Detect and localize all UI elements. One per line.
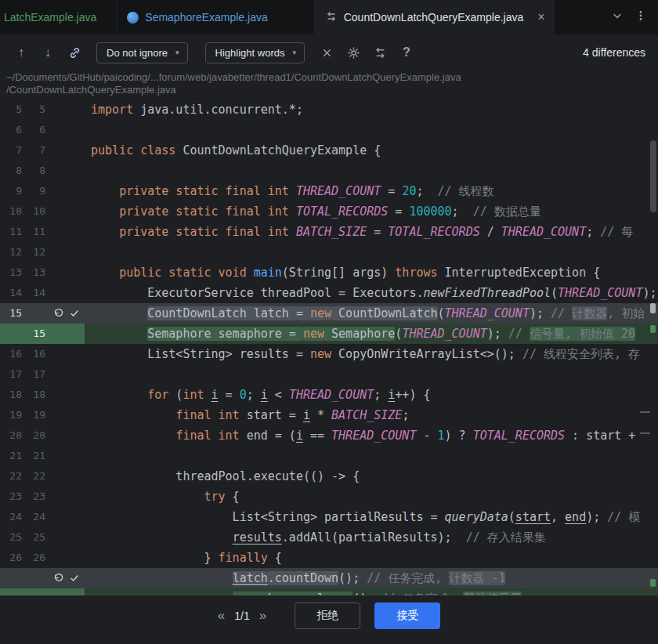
- line-number-old: 22: [0, 466, 22, 487]
- code-line: 2525 results.addAll(partialResults); // …: [0, 527, 658, 548]
- chevron-down-icon: ▾: [175, 49, 179, 56]
- code-line: 88: [0, 161, 658, 181]
- collapse-unchanged-icon[interactable]: [316, 42, 337, 63]
- tab-label: SemaphoreExample.java: [145, 11, 267, 24]
- code-text: try {: [85, 487, 658, 507]
- gutter: 1212: [0, 242, 85, 262]
- code-text: private static final int THREAD_COUNT = …: [85, 181, 658, 201]
- line-number-new: 12: [22, 242, 45, 262]
- gutter: 55: [0, 99, 85, 120]
- close-tab-icon[interactable]: ×: [537, 10, 544, 24]
- line-number-old: 13: [0, 262, 22, 283]
- kebab-menu-icon[interactable]: [634, 9, 647, 25]
- change-counter: 1/1: [234, 610, 249, 622]
- compare-mode-icon[interactable]: [370, 42, 390, 63]
- accept-change-icon[interactable]: [69, 573, 80, 584]
- code-line: 77public class CountDownLatchQueryExampl…: [0, 140, 658, 161]
- line-number-old: 14: [0, 283, 22, 303]
- gutter: 66: [0, 120, 85, 140]
- chevron-down-icon: ▾: [292, 49, 296, 56]
- diff-action-bar: « 1/1 » 拒绝 接受: [0, 595, 658, 644]
- scrollbar-mark: [650, 303, 656, 313]
- next-change-icon[interactable]: »: [259, 608, 266, 624]
- gutter: [0, 568, 85, 588]
- line-number-new: 21: [22, 446, 45, 466]
- line-number-old: 19: [0, 405, 22, 425]
- code-line: 1212: [0, 242, 658, 262]
- diff-toolbar: ↑ ↓ Do not ignore ▾ Highlight words ▾: [0, 34, 658, 71]
- next-difference-icon[interactable]: ↓: [38, 42, 58, 63]
- previous-change-icon[interactable]: «: [218, 608, 225, 624]
- gutter: 1111: [0, 222, 85, 242]
- jump-to-source-link-icon[interactable]: [64, 42, 85, 63]
- code-text: results.addAll(partialResults); // 存入结果集: [85, 527, 658, 548]
- code-text: [85, 120, 658, 140]
- tab-label: CountDownLatchQueryExample.java: [344, 11, 524, 24]
- diff-editor[interactable]: 55import java.util.concurrent.*;6677publ…: [0, 99, 658, 644]
- change-actions: [45, 308, 85, 319]
- scrollbar-mark: [650, 325, 656, 333]
- gutter: 1616: [0, 344, 85, 364]
- code-line: 1919 final int start = i * BATCH_SIZE;: [0, 405, 658, 425]
- code-text: latch.countDown(); // 任务完成, 计数器 -1: [85, 568, 658, 588]
- diff-viewer-window: LatchExample.java SemaphoreExample.java …: [0, 0, 658, 644]
- line-number-old: 15: [0, 303, 22, 324]
- line-number-new: 9: [22, 181, 45, 201]
- highlight-mode-value: Highlight words: [215, 47, 285, 59]
- code-text: for (int i = 0; i < THREAD_COUNT; i++) {: [85, 385, 658, 405]
- code-text: public static void main(String[] args) t…: [85, 262, 658, 283]
- line-number-new: 6: [22, 120, 45, 140]
- reject-button[interactable]: 拒绝: [295, 602, 360, 629]
- code-text: threadPool.execute(() -> {: [85, 466, 658, 487]
- line-number-new: 22: [22, 466, 45, 487]
- ignore-policy-dropdown[interactable]: Do not ignore ▾: [96, 42, 188, 63]
- help-icon[interactable]: ?: [396, 42, 417, 63]
- line-number-old: 26: [0, 548, 22, 568]
- line-number-new: 7: [22, 140, 45, 161]
- settings-gear-icon[interactable]: [343, 42, 363, 63]
- gutter: 77: [0, 140, 85, 161]
- scrollbar-thumb[interactable]: [650, 140, 656, 212]
- line-number-old: 16: [0, 344, 22, 364]
- code-line: 15 Semaphore semaphore = new Semaphore(T…: [0, 324, 658, 344]
- code-line: 2222 threadPool.execute(() -> {: [0, 466, 658, 487]
- code-text: List<String> results = new CopyOnWriteAr…: [85, 344, 658, 364]
- gutter: 88: [0, 161, 85, 181]
- line-number-old: 24: [0, 507, 22, 527]
- line-number-new: 14: [22, 283, 45, 303]
- tab-latch-example[interactable]: LatchExample.java: [0, 0, 118, 34]
- line-number-new: 16: [22, 344, 45, 364]
- chevron-down-icon[interactable]: [611, 9, 624, 25]
- gutter: 1414: [0, 283, 85, 303]
- highlight-mode-dropdown[interactable]: Highlight words ▾: [205, 42, 305, 63]
- code-text: private static final int BATCH_SIZE = TO…: [85, 222, 658, 242]
- ignore-policy-value: Do not ignore: [107, 47, 168, 59]
- revert-change-icon[interactable]: [53, 573, 64, 584]
- change-actions: [45, 573, 85, 584]
- code-text: ExecutorService threadPool = Executors.n…: [85, 283, 658, 303]
- line-number-new: 24: [22, 507, 45, 527]
- code-text: public class CountDownLatchQueryExample …: [85, 140, 658, 161]
- code-text: List<String> partialResults = queryData(…: [85, 507, 658, 527]
- tab-countdownlatch-query-example[interactable]: CountDownLatchQueryExample.java ×: [314, 0, 555, 34]
- code-text: [85, 161, 658, 181]
- tab-semaphore-example[interactable]: SemaphoreExample.java: [118, 0, 313, 34]
- code-line: 66: [0, 120, 658, 140]
- line-number-old: 7: [0, 140, 22, 161]
- gutter: 2323: [0, 487, 85, 507]
- code-text: private static final int TOTAL_RECORDS =…: [85, 201, 658, 222]
- gutter: 1919: [0, 405, 85, 425]
- line-number-new: 17: [22, 364, 45, 385]
- code-line: 2020 final int end = (i == THREAD_COUNT …: [0, 425, 658, 446]
- line-number-new: 5: [22, 99, 45, 120]
- revert-change-icon[interactable]: [53, 308, 64, 319]
- accept-change-icon[interactable]: [69, 308, 80, 319]
- accept-button[interactable]: 接受: [374, 602, 440, 629]
- code-line: 2323 try {: [0, 487, 658, 507]
- previous-difference-icon[interactable]: ↑: [11, 42, 31, 63]
- code-text: final int start = i * BATCH_SIZE;: [85, 405, 658, 425]
- line-number-new: 11: [22, 222, 45, 242]
- line-number-new: 13: [22, 262, 45, 283]
- line-number-new: 25: [22, 527, 45, 548]
- code-line: 99 private static final int THREAD_COUNT…: [0, 181, 658, 201]
